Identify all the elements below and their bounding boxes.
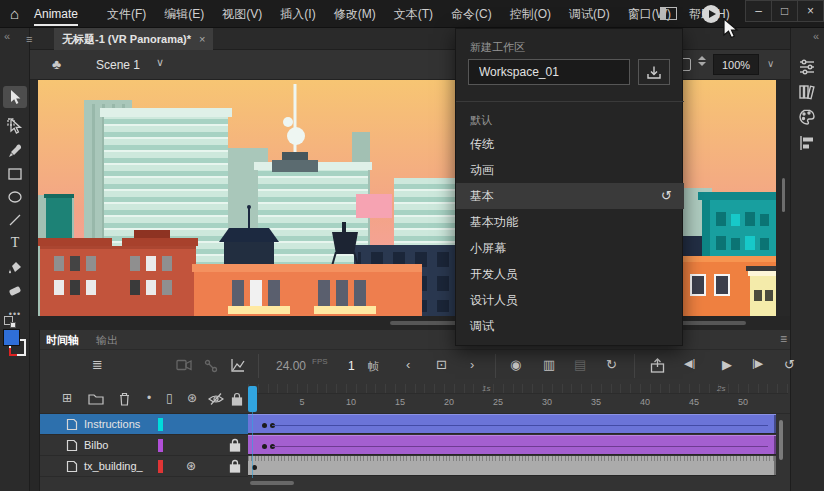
layer-parenting-icon[interactable]: [204, 359, 218, 373]
workspace-item-developer[interactable]: 开发人员: [456, 261, 684, 287]
zoom-chevron-down-icon[interactable]: ∨: [767, 58, 774, 69]
selection-tool[interactable]: [3, 86, 27, 108]
delete-layer-icon[interactable]: [118, 392, 131, 406]
current-frame-value[interactable]: 1: [348, 359, 355, 373]
expand-panel-icon[interactable]: «: [813, 30, 819, 42]
home-icon[interactable]: ⌂: [10, 5, 19, 22]
library-icon[interactable]: [798, 83, 818, 103]
stepper-down-icon[interactable]: [698, 62, 706, 66]
tabbar-menu-icon[interactable]: ≡: [26, 33, 32, 45]
ruler-ticks[interactable]: [248, 384, 788, 394]
timeline-hscroll-thumb[interactable]: [250, 481, 294, 485]
layer-color-chip[interactable]: [158, 418, 163, 431]
workspace-item-small-screen[interactable]: 小屏幕: [456, 235, 684, 261]
layer-label[interactable]: Bilbo: [40, 435, 248, 456]
menu-debug[interactable]: 调试(D): [560, 6, 619, 23]
color-palette-icon[interactable]: [798, 108, 818, 128]
camera-attached-icon[interactable]: ⊛: [186, 459, 196, 473]
layers-stack-icon[interactable]: ≣: [92, 357, 103, 372]
new-layer-icon[interactable]: ⊞: [62, 391, 72, 405]
graph-editor-icon[interactable]: [230, 358, 246, 373]
center-frame-icon[interactable]: ⊡: [436, 357, 447, 372]
menu-control[interactable]: 控制(O): [501, 6, 560, 23]
panel-menu-icon[interactable]: ≡: [780, 332, 787, 346]
stage-vertical-scrollbar[interactable]: [782, 178, 785, 212]
lock-all-layers-icon[interactable]: [231, 392, 243, 406]
playhead[interactable]: [248, 386, 257, 412]
lock-icon[interactable]: [229, 459, 241, 473]
close-button[interactable]: ×: [797, 0, 824, 22]
tab-timeline[interactable]: 时间轴: [46, 333, 79, 348]
step-back-icon[interactable]: ◀|: [684, 357, 695, 370]
properties-icon[interactable]: [798, 58, 818, 78]
layer-row-tx-building[interactable]: tx_building_ ⊛: [40, 456, 790, 477]
menu-file[interactable]: 文件(F): [98, 6, 155, 23]
tab-output[interactable]: 输出: [96, 333, 118, 348]
onion-skin-icon[interactable]: ◉: [510, 357, 521, 372]
maximize-button[interactable]: □: [771, 0, 798, 22]
menu-modify[interactable]: 修改(M): [325, 6, 385, 23]
menu-text[interactable]: 文本(T): [385, 6, 442, 23]
frame-rate-value[interactable]: 24.00: [276, 359, 306, 373]
edit-multiple-frames-icon[interactable]: ▤: [574, 357, 586, 372]
menu-view[interactable]: 视图(V): [213, 6, 271, 23]
line-tool[interactable]: [3, 209, 27, 231]
workspace-item-debug[interactable]: 调试: [456, 313, 684, 339]
brush-tool[interactable]: [3, 140, 27, 162]
keyframe-dot[interactable]: [262, 444, 267, 449]
hide-all-layers-icon[interactable]: [208, 392, 224, 406]
zoom-stepper[interactable]: [698, 56, 706, 66]
test-movie-button[interactable]: [702, 5, 720, 23]
layer-label[interactable]: Instructions: [40, 414, 248, 435]
stepper-up-icon[interactable]: [698, 56, 706, 60]
collapse-panel-icon[interactable]: «: [4, 30, 10, 42]
fill-color-swatch[interactable]: [3, 329, 20, 346]
workspace-item-animation[interactable]: 动画: [456, 157, 684, 183]
play-icon[interactable]: ▶: [722, 357, 732, 372]
scene-chevron-down-icon[interactable]: ∨: [156, 56, 164, 69]
frame-span-bilbo[interactable]: [248, 435, 776, 455]
text-tool[interactable]: T: [3, 232, 27, 254]
loop-icon[interactable]: ↻: [606, 357, 617, 372]
workspace-name-input[interactable]: [468, 59, 630, 85]
timeline-vscroll-thumb[interactable]: [779, 420, 783, 460]
close-tab-icon[interactable]: ×: [199, 33, 205, 45]
workspace-item-classic[interactable]: 传统: [456, 131, 684, 157]
menu-edit[interactable]: 编辑(E): [155, 6, 213, 23]
step-forward-icon[interactable]: |▶: [752, 357, 763, 370]
frame-span-tx-building[interactable]: [248, 456, 776, 476]
document-tab[interactable]: 无标题-1 (VR Panorama)* ×: [54, 28, 213, 50]
show-layer-dot-icon[interactable]: •: [147, 391, 151, 405]
workspace-item-designer[interactable]: 设计人员: [456, 287, 684, 313]
app-name[interactable]: Animate: [34, 7, 78, 26]
default-colors-icon[interactable]: [4, 316, 13, 325]
minimize-button[interactable]: –: [745, 0, 772, 22]
save-workspace-button[interactable]: [638, 59, 670, 85]
previous-frame-icon[interactable]: ‹: [406, 357, 410, 372]
next-frame-icon[interactable]: ›: [470, 357, 474, 372]
zoom-level-field[interactable]: 100%: [713, 54, 759, 75]
align-icon[interactable]: [798, 134, 818, 154]
menu-commands[interactable]: 命令(C): [442, 6, 501, 23]
menu-insert[interactable]: 插入(I): [271, 6, 324, 23]
workspace-item-basic-functions[interactable]: 基本功能: [456, 209, 684, 235]
outline-mode-icon[interactable]: ▯: [166, 391, 173, 405]
scene-name[interactable]: Scene 1: [96, 58, 140, 72]
keyframe-dot[interactable]: [262, 423, 267, 428]
rectangle-tool[interactable]: [3, 163, 27, 185]
subselection-tool[interactable]: [3, 115, 27, 137]
frame-span-instructions[interactable]: [248, 414, 776, 434]
reset-workspace-icon[interactable]: ↺: [661, 188, 672, 203]
new-folder-icon[interactable]: [88, 392, 104, 405]
oval-tool[interactable]: [3, 186, 27, 208]
camera-icon[interactable]: [176, 359, 192, 371]
eraser-tool[interactable]: [3, 279, 27, 301]
rewind-icon[interactable]: ↺: [784, 357, 795, 372]
layer-color-chip[interactable]: [158, 439, 163, 452]
layer-label[interactable]: tx_building_ ⊛: [40, 456, 248, 477]
workspace-item-essentials[interactable]: 基本 ↺: [456, 183, 684, 209]
export-frame-icon[interactable]: [650, 358, 665, 373]
lock-icon[interactable]: [229, 438, 241, 452]
workspace-switcher-icon[interactable]: [660, 7, 677, 20]
layer-row-instructions[interactable]: Instructions: [40, 414, 790, 435]
